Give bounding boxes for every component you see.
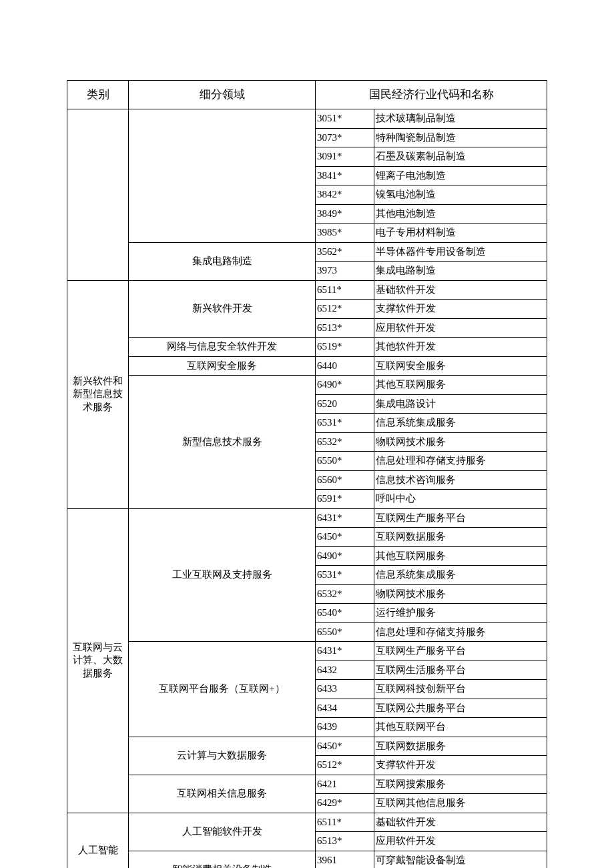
code-cell: 6433 (316, 680, 374, 699)
name-cell: 石墨及碳素制品制造 (374, 147, 547, 167)
code-cell: 3973 (316, 262, 374, 281)
name-cell: 互联网数据服务 (374, 528, 547, 547)
name-cell: 信息技术咨询服务 (374, 470, 547, 490)
name-cell: 锂离子电池制造 (374, 166, 547, 185)
subdomain-cell (129, 109, 316, 243)
subdomain-cell: 互联网平台服务（互联网+） (129, 642, 316, 737)
name-cell: 集成电路设计 (374, 394, 547, 414)
code-cell: 6511* (316, 280, 374, 300)
code-cell: 3091* (316, 147, 374, 167)
name-cell: 运行维护服务 (374, 604, 547, 623)
code-cell: 6421 (316, 775, 374, 794)
code-cell: 6431* (316, 642, 374, 661)
category-cell: 互联网与云计算、大数据服务 (67, 508, 129, 813)
name-cell: 其他软件开发 (374, 338, 547, 357)
name-cell: 其他互联网平台 (374, 718, 547, 737)
name-cell: 支撑软件开发 (374, 756, 547, 775)
header-category: 类别 (67, 81, 129, 109)
name-cell: 半导体器件专用设备制造 (374, 242, 547, 262)
code-cell: 6439 (316, 718, 374, 737)
code-cell: 3562* (316, 242, 374, 262)
subdomain-cell: 智能消费相关设备制造 (129, 851, 316, 868)
table-row: 新型信息技术服务6490*其他互联网服务 (67, 376, 547, 395)
table-row: 互联网与云计算、大数据服务工业互联网及支持服务6431*互联网生产服务平台 (67, 508, 547, 528)
name-cell: 信息处理和存储支持服务 (374, 452, 547, 471)
category-cell (67, 109, 129, 281)
name-cell: 其他互联网服务 (374, 376, 547, 395)
code-cell: 3841* (316, 166, 374, 185)
name-cell: 信息处理和存储支持服务 (374, 622, 547, 642)
name-cell: 支撑软件开发 (374, 300, 547, 319)
name-cell: 应用软件开发 (374, 832, 547, 851)
subdomain-cell: 网络与信息安全软件开发 (129, 338, 316, 357)
name-cell: 电子专用材料制造 (374, 224, 547, 243)
name-cell: 特种陶瓷制品制造 (374, 128, 547, 147)
name-cell: 呼叫中心 (374, 490, 547, 509)
name-cell: 信息系统集成服务 (374, 566, 547, 585)
name-cell: 物联网技术服务 (374, 432, 547, 452)
name-cell: 其他电池制造 (374, 204, 547, 224)
table-row: 人工智能人工智能软件开发6511*基础软件开发 (67, 813, 547, 832)
code-cell: 6519* (316, 338, 374, 357)
name-cell: 互联网其他信息服务 (374, 794, 547, 813)
name-cell: 互联网生活服务平台 (374, 661, 547, 680)
code-cell: 6431* (316, 508, 374, 528)
name-cell: 技术玻璃制品制造 (374, 109, 547, 129)
code-cell: 6591* (316, 490, 374, 509)
code-cell: 3073* (316, 128, 374, 147)
code-cell: 6532* (316, 584, 374, 604)
code-cell: 6531* (316, 566, 374, 585)
subdomain-cell: 云计算与大数据服务 (129, 737, 316, 775)
name-cell: 基础软件开发 (374, 813, 547, 832)
table-row: 集成电路制造3562*半导体器件专用设备制造 (67, 242, 547, 262)
subdomain-cell: 人工智能软件开发 (129, 813, 316, 851)
table-row: 新兴软件和新型信息技术服务新兴软件开发6511*基础软件开发 (67, 280, 547, 300)
name-cell: 互联网公共服务平台 (374, 699, 547, 718)
subdomain-cell: 互联网安全服务 (129, 356, 316, 376)
code-cell: 3985* (316, 224, 374, 243)
code-cell: 3842* (316, 185, 374, 205)
subdomain-cell: 集成电路制造 (129, 242, 316, 280)
table-header-row: 类别 细分领域 国民经济行业代码和名称 (67, 81, 547, 109)
code-cell: 6513* (316, 318, 374, 338)
code-cell: 6532* (316, 432, 374, 452)
name-cell: 镍氢电池制造 (374, 185, 547, 205)
table-row: 3051*技术玻璃制品制造 (67, 109, 547, 129)
header-code-name: 国民经济行业代码和名称 (316, 81, 547, 109)
name-cell: 互联网数据服务 (374, 737, 547, 756)
subdomain-cell: 新型信息技术服务 (129, 376, 316, 509)
code-cell: 6512* (316, 756, 374, 775)
name-cell: 互联网搜索服务 (374, 775, 547, 794)
subdomain-cell: 互联网相关信息服务 (129, 775, 316, 813)
code-cell: 6520 (316, 394, 374, 414)
name-cell: 互联网安全服务 (374, 356, 547, 376)
code-cell: 6531* (316, 414, 374, 433)
category-cell: 新兴软件和新型信息技术服务 (67, 280, 129, 508)
name-cell: 基础软件开发 (374, 280, 547, 300)
name-cell: 互联网科技创新平台 (374, 680, 547, 699)
name-cell: 应用软件开发 (374, 318, 547, 338)
code-cell: 3051* (316, 109, 374, 129)
header-subdomain: 细分领域 (129, 81, 316, 109)
code-cell: 6450* (316, 737, 374, 756)
table-row: 互联网安全服务6440互联网安全服务 (67, 356, 547, 376)
code-cell: 6450* (316, 528, 374, 547)
code-cell: 6540* (316, 604, 374, 623)
code-cell: 6490* (316, 376, 374, 395)
code-cell: 6429* (316, 794, 374, 813)
code-cell: 3849* (316, 204, 374, 224)
subdomain-cell: 工业互联网及支持服务 (129, 508, 316, 642)
code-cell: 6432 (316, 661, 374, 680)
table-row: 互联网平台服务（互联网+）6431*互联网生产服务平台 (67, 642, 547, 661)
code-cell: 6550* (316, 622, 374, 642)
category-cell: 人工智能 (67, 813, 129, 868)
name-cell: 信息系统集成服务 (374, 414, 547, 433)
name-cell: 互联网生产服务平台 (374, 508, 547, 528)
code-cell: 6513* (316, 832, 374, 851)
industry-classification-table: 类别 细分领域 国民经济行业代码和名称 3051*技术玻璃制品制造3073*特种… (67, 80, 547, 868)
code-cell: 6511* (316, 813, 374, 832)
subdomain-cell: 新兴软件开发 (129, 280, 316, 338)
name-cell: 互联网生产服务平台 (374, 642, 547, 661)
code-cell: 6560* (316, 470, 374, 490)
name-cell: 物联网技术服务 (374, 584, 547, 604)
